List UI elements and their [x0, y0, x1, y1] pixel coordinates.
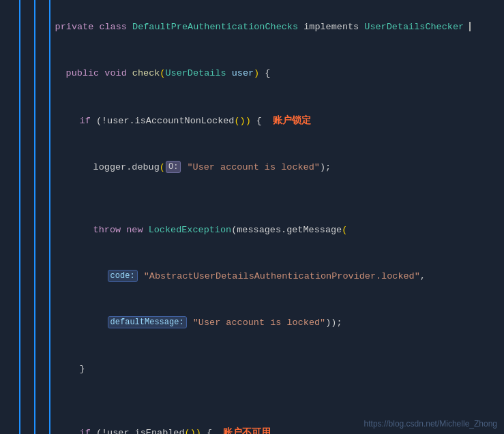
param-user: user	[226, 68, 254, 78]
comment-account-disabled: 账户不可用	[223, 427, 271, 434]
line-content-1: private class DefaultPreAuthenticationCh…	[19, 5, 504, 50]
type-userdetails: UserDetails	[165, 68, 226, 78]
line-content-10	[19, 393, 504, 408]
key-code-1: code:	[108, 270, 138, 282]
interface-name: UserDetailsChecker	[364, 22, 464, 32]
line-content-6: throw new LockedException(messages.getMe…	[19, 208, 504, 253]
string-account-locked: "User account is locked"	[187, 162, 319, 172]
line-content-8: defaultMessage: "User account is locked"…	[19, 300, 504, 345]
code-line-5	[0, 191, 504, 207]
line-content-3: if (!user.isAccountNonLocked()) { 账户锁定	[19, 97, 504, 144]
classname-default: DefaultPreAuthenticationChecks	[132, 22, 298, 32]
code-line-4: logger.debug(O: "User account is locked"…	[0, 144, 504, 191]
paren-close: )	[254, 68, 259, 78]
keyword-new-1: new	[126, 225, 148, 235]
code-line-7: code: "AbstractUserDetailsAuthentication…	[0, 253, 504, 300]
code-line-9: }	[0, 346, 504, 392]
line-content-4: logger.debug(O: "User account is locked"…	[19, 145, 504, 190]
keyword-class: class	[99, 22, 132, 32]
method-isEnabled: !user.isEnabled	[102, 428, 185, 434]
keyword-private: private	[55, 22, 100, 32]
keyword-if-2: if	[80, 428, 91, 434]
method-isAccountNonLocked: !user.isAccountNonLocked	[102, 116, 234, 126]
keyword-throw: throw	[93, 225, 127, 235]
implements-kw: implements	[298, 22, 364, 32]
keyword-void: void	[104, 68, 132, 78]
line-content-2: public void check(UserDetails user) {	[19, 51, 504, 96]
keyword-if: if	[80, 116, 91, 126]
code-line-1: private class DefaultPreAuthenticationCh…	[0, 4, 504, 50]
code-line-8: defaultMessage: "User account is locked"…	[0, 300, 504, 346]
badge-O-1: O:	[166, 161, 181, 173]
code-line-10	[0, 392, 504, 409]
line-content-7: code: "AbstractUserDetailsAuthentication…	[19, 254, 504, 299]
key-default-message-1: defaultMessage:	[108, 316, 187, 328]
class-locked-exception: LockedException	[149, 225, 232, 235]
string-provider-locked: "AbstractUserDetailsAuthenticationProvid…	[144, 271, 420, 281]
line-content-5	[19, 191, 504, 206]
watermark: https://blog.csdn.net/Michelle_Zhong	[364, 419, 497, 429]
code-line-6: throw new LockedException(messages.getMe…	[0, 207, 504, 253]
cursor	[469, 22, 471, 31]
line-content-9: }	[19, 347, 504, 392]
code-line-2: public void check(UserDetails user) {	[0, 50, 504, 97]
keyword-public: public	[66, 68, 105, 78]
logger-debug: logger.debug	[93, 162, 160, 172]
code-container: private class DefaultPreAuthenticationCh…	[0, 0, 504, 434]
string-default-locked: "User account is locked"	[193, 317, 325, 328]
method-check: check	[132, 68, 160, 78]
code-line-3: if (!user.isAccountNonLocked()) { 账户锁定	[0, 97, 504, 144]
comment-account-locked: 账户锁定	[273, 114, 311, 125]
